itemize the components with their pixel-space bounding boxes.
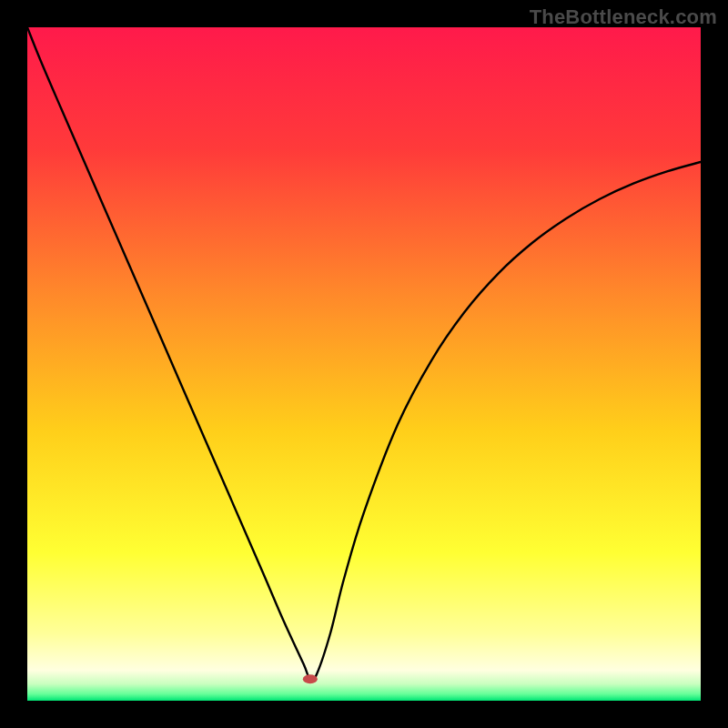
bottleneck-chart <box>27 27 701 701</box>
watermark-text: TheBottleneck.com <box>530 5 717 29</box>
plot-area <box>27 27 701 701</box>
optimal-point-marker <box>303 674 318 683</box>
chart-frame: TheBottleneck.com <box>0 0 728 728</box>
gradient-background <box>27 27 701 701</box>
